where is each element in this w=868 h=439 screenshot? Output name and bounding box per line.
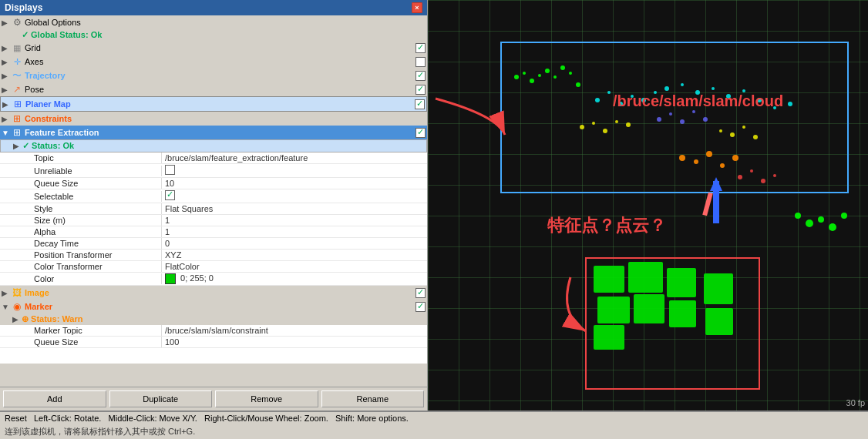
- marker-topic-prop-value[interactable]: /bruce/slam/slam/constraint: [162, 325, 427, 336]
- color-transformer-prop-value[interactable]: FlatColor: [162, 261, 427, 272]
- viewport[interactable]: 特征点？点云？ /bruce/slam/slam/cloud 30 fp: [428, 0, 868, 411]
- fps-value: 30 fp: [846, 398, 865, 407]
- shift-label: Shift:: [335, 414, 355, 423]
- property-row-position-transformer: Position Transformer XYZ: [0, 250, 427, 261]
- pose-label: Pose: [25, 85, 415, 94]
- size-prop-name: Size (m): [0, 215, 162, 226]
- axes-label: Axes: [25, 57, 415, 66]
- global-status-label: ✓ Global Status: Ok: [22, 30, 426, 40]
- style-prop-value[interactable]: Flat Squares: [162, 203, 427, 214]
- topic-prop-name: Topic: [0, 152, 162, 163]
- decay-time-prop-name: Decay Time: [0, 238, 162, 249]
- queue-size-prop-value[interactable]: 10: [162, 178, 427, 189]
- tree-item-feature-extraction[interactable]: ▼ ⊞ Feature Extraction: [0, 126, 427, 139]
- selectable-prop-name: Selectable: [0, 191, 162, 202]
- tree-scroll[interactable]: ▶ ⚙ Global Options ✓ Global Status: Ok ▶…: [0, 15, 427, 387]
- rename-button[interactable]: Rename: [321, 390, 425, 407]
- marker-label: Marker: [25, 302, 415, 311]
- arrow-marker-status: ▶: [12, 315, 22, 323]
- tree-item-image[interactable]: ▶ 🖼 Image: [0, 286, 427, 300]
- marker-checkbox[interactable]: [415, 302, 426, 312]
- arrow-trajectory: ▶: [2, 72, 11, 80]
- left-click-label: Left-Click:: [34, 414, 72, 423]
- color-prop-name: Color: [0, 273, 162, 284]
- left-panel: Displays × ▶ ⚙ Global Options ✓ Global S…: [0, 0, 428, 411]
- unreliable-prop-value[interactable]: [162, 164, 427, 177]
- tree-item-global-status[interactable]: ✓ Global Status: Ok: [0, 29, 427, 41]
- tree-item-feature-status[interactable]: ▶ ✓ Status: Ok: [0, 139, 427, 152]
- constraints-label: Constraints: [25, 114, 426, 123]
- tree-item-axes[interactable]: ▶ ✛ Axes: [0, 55, 427, 69]
- right-click-action: Zoom.: [304, 414, 328, 423]
- add-button[interactable]: Add: [3, 390, 106, 407]
- selectable-checkbox[interactable]: [165, 190, 175, 200]
- status-bar-2: 连到该虚拟机，请将鼠标指针移入其中或按 Ctrl+G.: [0, 424, 868, 439]
- grid-label: Grid: [25, 43, 415, 52]
- size-prop-value[interactable]: 1: [162, 215, 427, 226]
- close-button[interactable]: ×: [412, 2, 422, 13]
- middle-click-label: Middle-Click:: [109, 414, 157, 423]
- tree-item-global-options[interactable]: ▶ ⚙ Global Options: [0, 15, 427, 29]
- alpha-prop-value[interactable]: 1: [162, 226, 427, 237]
- color-prop-value[interactable]: 0; 255; 0: [162, 273, 427, 285]
- arrow-pose: ▶: [2, 85, 11, 94]
- trajectory-label: Trajectory: [25, 71, 415, 80]
- feature-icon: ⊞: [11, 126, 23, 139]
- trajectory-checkbox[interactable]: [415, 71, 426, 81]
- grid-background: [428, 0, 868, 411]
- left-click-action: Rotate.: [74, 414, 101, 423]
- color-swatch: [165, 273, 176, 284]
- selectable-prop-value[interactable]: [162, 189, 427, 203]
- property-row-style: Style Flat Squares: [0, 203, 427, 215]
- constraints-icon: ⊞: [11, 112, 23, 125]
- arrow-grid: ▶: [2, 44, 11, 52]
- tree-item-marker[interactable]: ▼ ◉ Marker: [0, 300, 427, 313]
- pose-checkbox[interactable]: [415, 85, 426, 95]
- arrow-feature-extraction: ▼: [2, 129, 11, 137]
- property-row-color: Color 0; 255; 0: [0, 273, 427, 286]
- topic-prop-value[interactable]: /bruce/slam/feature_extraction/feature: [162, 152, 427, 163]
- unreliable-prop-name: Unreliable: [0, 166, 162, 176]
- tree-item-pose[interactable]: ▶ ↗ Pose: [0, 82, 427, 96]
- color-transformer-prop-name: Color Transformer: [0, 261, 162, 272]
- gear-icon: ⚙: [11, 16, 23, 28]
- tree-item-marker-status[interactable]: ▶ ⊕ Status: Warn: [0, 313, 427, 325]
- tree-item-grid[interactable]: ▶ ▦ Grid: [0, 41, 427, 55]
- unreliable-checkbox[interactable]: [165, 165, 175, 175]
- feature-extraction-label: Feature Extraction: [25, 128, 415, 137]
- bottom-toolbar: Add Duplicate Remove Rename: [0, 387, 427, 411]
- marker-icon: ◉: [11, 300, 23, 313]
- grid-checkbox[interactable]: [415, 43, 426, 53]
- marker-status-label: ⊕ Status: Warn: [22, 314, 426, 324]
- middle-click-action: Move X/Y.: [160, 414, 197, 423]
- feature-extraction-checkbox[interactable]: [415, 128, 426, 138]
- remove-button[interactable]: Remove: [215, 390, 318, 407]
- axes-checkbox[interactable]: [415, 57, 426, 67]
- position-transformer-prop-value[interactable]: XYZ: [162, 250, 427, 260]
- reset-button[interactable]: Reset: [5, 414, 27, 423]
- feature-status-label: ✓ Status: Ok: [22, 141, 425, 151]
- shift-action: More options.: [357, 414, 409, 423]
- planer-icon: ⊞: [12, 98, 24, 110]
- property-row-alpha: Alpha 1: [0, 226, 427, 238]
- marker-queue-prop-value[interactable]: 100: [162, 337, 427, 347]
- duplicate-button[interactable]: Duplicate: [109, 390, 213, 407]
- arrow-image: ▶: [2, 289, 11, 297]
- fps-indicator: 30 fp: [846, 398, 865, 407]
- property-row-unreliable: Unreliable: [0, 164, 427, 178]
- status-bar: Reset Left-Click: Rotate. Middle-Click: …: [0, 411, 868, 424]
- tree-item-trajectory[interactable]: ▶ 〜 Trajectory: [0, 69, 427, 82]
- property-row-queue-size: Queue Size 10: [0, 178, 427, 189]
- tree-item-constraints[interactable]: ▶ ⊞ Constraints: [0, 112, 427, 126]
- decay-time-prop-value[interactable]: 0: [162, 238, 427, 249]
- image-checkbox[interactable]: [415, 288, 426, 298]
- tree-item-planer-map[interactable]: ▶ ⊞ Planer Map: [0, 96, 427, 112]
- grid-icon: ▦: [11, 42, 23, 54]
- arrow-feature-status: ▶: [13, 142, 22, 150]
- marker-topic-prop-name: Marker Topic: [0, 325, 162, 336]
- global-options-label: Global Options: [25, 18, 426, 27]
- position-transformer-prop-name: Position Transformer: [0, 250, 162, 260]
- alpha-prop-name: Alpha: [0, 226, 162, 237]
- planer-map-checkbox[interactable]: [415, 99, 425, 109]
- axes-icon: ✛: [11, 55, 23, 68]
